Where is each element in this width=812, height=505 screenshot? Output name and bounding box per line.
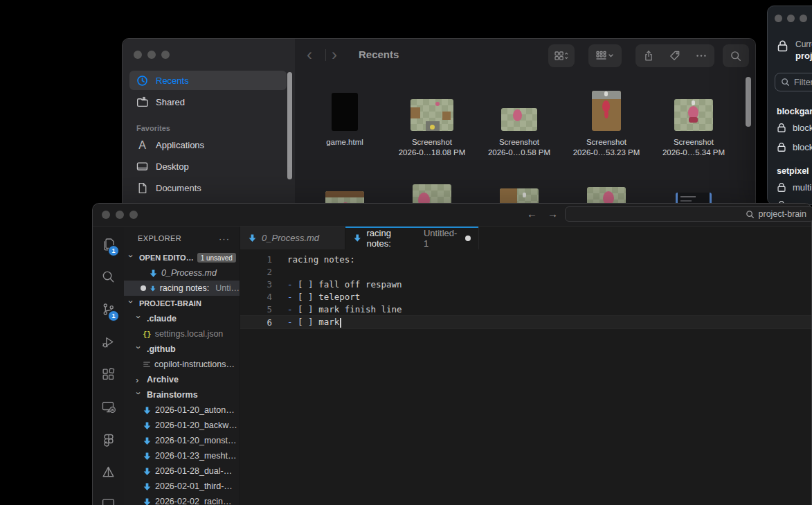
tags-button[interactable] <box>668 49 681 62</box>
chevron-down-icon: › <box>127 300 135 308</box>
explorer-view-button[interactable]: 1 <box>93 228 124 260</box>
list-item[interactable]: blockg <box>777 123 812 133</box>
zoom-button[interactable] <box>161 51 170 59</box>
folder-item[interactable]: › .github <box>124 342 240 357</box>
minimize-button[interactable] <box>787 15 795 22</box>
line-number: 2 <box>240 267 272 277</box>
file-name: Screenshot2026-0…53.23 PM <box>573 137 640 158</box>
item-label: Brainstorms <box>147 390 198 400</box>
code-line[interactable]: 3 - [ ] fall off respawn <box>240 278 811 290</box>
file-thumbnail[interactable] <box>674 99 713 131</box>
search-icon <box>730 50 742 62</box>
sidebar-scrollbar[interactable] <box>287 72 292 179</box>
item-label: 0_Process.md <box>161 268 217 278</box>
file-item[interactable]: 2026-02-01_third-… <box>124 479 240 494</box>
history-forward-button[interactable]: → <box>548 208 558 220</box>
window-controls[interactable] <box>775 15 807 22</box>
folder-item[interactable]: › Archive <box>124 372 240 387</box>
open-editor-item[interactable]: 0_Process.md <box>124 265 240 281</box>
search-icon <box>101 269 116 284</box>
tab-0-process-md[interactable]: 0_Process.md <box>240 227 345 249</box>
remote-explorer-button[interactable] <box>93 391 124 423</box>
line-number: 4 <box>240 292 272 302</box>
file-thumbnail[interactable] <box>332 93 358 131</box>
code-line[interactable]: 5 - [ ] mark finish line <box>240 303 811 315</box>
minimize-button[interactable] <box>147 51 156 59</box>
source-control-badge: 1 <box>108 310 119 321</box>
close-button[interactable] <box>134 51 142 59</box>
file-item[interactable]: Screenshot2026-0…53.23 PM <box>563 91 650 158</box>
zoom-button[interactable] <box>129 211 138 219</box>
command-center[interactable]: project-brain <box>565 206 812 222</box>
file-thumbnail[interactable] <box>592 91 621 131</box>
code-line-current[interactable]: 6 - [ ] mark <box>240 315 811 329</box>
view-options-button[interactable] <box>548 44 575 67</box>
open-editors-header[interactable]: › OPEN EDITO… 1 unsaved <box>124 250 240 265</box>
folder-item[interactable]: › Brainstorms <box>124 387 240 402</box>
file-thumbnail[interactable] <box>410 99 453 131</box>
file-item[interactable]: copilot-instructions… <box>124 357 240 372</box>
sidebar-item-desktop[interactable]: Desktop <box>129 157 287 176</box>
item-label: Archive <box>147 375 179 384</box>
file-thumbnail[interactable] <box>501 108 537 131</box>
folder-item[interactable]: › .claude <box>124 311 240 326</box>
list-item[interactable]: multip <box>777 182 812 193</box>
open-editor-item-active[interactable]: racing notes: Unti… <box>124 281 240 296</box>
explorer-badge: 1 <box>108 245 119 256</box>
window-controls[interactable] <box>134 51 170 59</box>
file-item[interactable]: 2026-01-28_dual-… <box>124 463 240 479</box>
close-button[interactable] <box>775 15 782 22</box>
share-button[interactable] <box>642 49 655 62</box>
minimize-button[interactable] <box>116 211 124 219</box>
item-label: blockg <box>793 142 812 152</box>
item-label: blockg <box>793 123 812 133</box>
file-item[interactable]: 2026-01-20_auton… <box>124 402 240 418</box>
file-item[interactable]: Screenshot2026-0…5.34 PM <box>650 91 737 158</box>
extensions-button[interactable] <box>93 358 124 391</box>
more-options-button[interactable] <box>695 49 707 62</box>
forward-button[interactable]: › <box>332 43 337 67</box>
sidebar-item-documents[interactable]: Documents <box>129 178 287 197</box>
group-by-button[interactable] <box>588 44 622 67</box>
file-item[interactable]: game.html <box>301 91 388 158</box>
file-item[interactable]: 2026-01-20_monst… <box>124 433 240 448</box>
run-debug-button[interactable] <box>93 326 124 358</box>
search-button[interactable] <box>723 44 749 67</box>
figma-extension-button[interactable] <box>93 423 124 456</box>
sidebar-item-applications[interactable]: A Applications <box>129 135 287 154</box>
prism-extension-button[interactable] <box>93 456 124 488</box>
code-line[interactable]: 2 <box>240 265 811 278</box>
zoom-button[interactable] <box>800 15 807 22</box>
sidebar-item-shared[interactable]: Shared <box>129 92 287 112</box>
list-item[interactable]: blockg <box>777 142 812 152</box>
file-item[interactable]: 2026-01-23_mesht… <box>124 448 240 463</box>
section-header: setpixel <box>777 166 809 176</box>
file-item[interactable]: 2026-01-20_backw… <box>124 418 240 433</box>
search-view-button[interactable] <box>93 260 124 293</box>
history-back-button[interactable]: ← <box>527 208 537 220</box>
explorer-more-button[interactable]: ··· <box>219 233 230 244</box>
tab-racing-notes[interactable]: racing notes: Untitled-1 <box>345 227 479 249</box>
back-button[interactable]: ‹ <box>307 43 312 67</box>
file-item[interactable]: Screenshot2026-0…18.08 PM <box>388 91 476 158</box>
file-item[interactable]: Screenshot2026-0…0.58 PM <box>476 91 563 158</box>
code-line[interactable]: 4 - [ ] teleport <box>240 290 811 303</box>
lock-icon <box>777 123 786 133</box>
workspace-root[interactable]: › PROJECT-BRAIN <box>124 296 240 311</box>
text-cursor <box>340 318 341 328</box>
source-control-button[interactable]: 1 <box>93 293 124 326</box>
sidebar-item-recents[interactable]: Recents <box>129 71 287 90</box>
modified-dot-icon[interactable] <box>465 236 471 241</box>
bottom-view-button[interactable] <box>93 488 124 505</box>
code-editor[interactable]: 1 racing notes: 2 3 - [ ] fall off respa… <box>240 249 811 505</box>
file-item[interactable]: {} settings.local.json <box>124 326 240 342</box>
content-scrollbar[interactable] <box>746 77 751 127</box>
close-button[interactable] <box>102 211 110 219</box>
file-item[interactable]: 2026-02-02_racin… <box>124 494 240 505</box>
markdown-icon <box>143 467 152 476</box>
code-line[interactable]: 1 racing notes: <box>240 253 811 265</box>
filter-input[interactable]: Filter <box>775 73 812 91</box>
window-controls[interactable] <box>102 211 138 219</box>
workspace-name: project-brain <box>759 209 806 219</box>
document-icon <box>136 181 149 195</box>
